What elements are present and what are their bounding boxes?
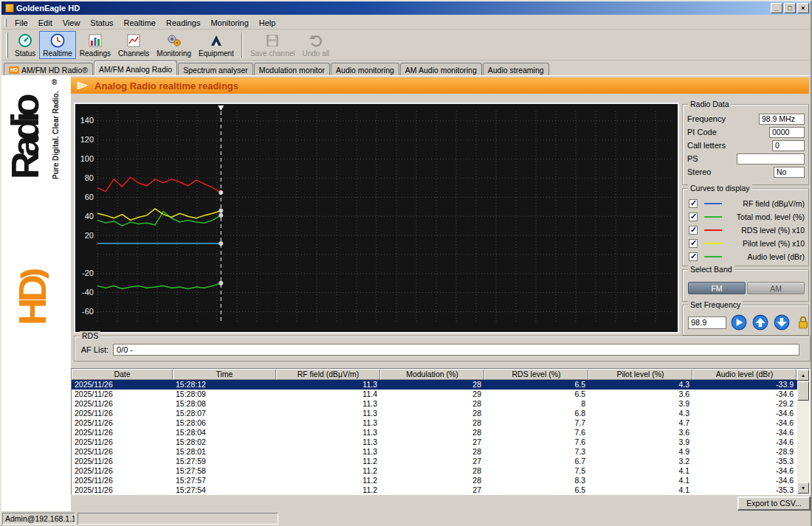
frequency-down-button[interactable] <box>773 314 791 331</box>
field-value[interactable] <box>737 153 805 165</box>
fm-band-button[interactable]: FM <box>688 282 746 294</box>
column-header[interactable]: Audio level (dBr) <box>692 369 796 380</box>
field-value[interactable]: 0000 <box>769 127 805 138</box>
table-row[interactable]: 2025/11/26 15:27:59 11.2 27 6.7 3.2 -35.… <box>72 457 797 466</box>
table-row[interactable]: 2025/11/26 15:28:02 11.3 27 7.6 3.9 -34.… <box>72 437 797 447</box>
curve-checkbox[interactable] <box>689 212 698 221</box>
toolbar-channels-button[interactable]: Channels <box>114 31 153 59</box>
svg-text:-60: -60 <box>82 307 94 316</box>
cell-modulation: 29 <box>380 390 484 399</box>
cell-pilot-level: 3.9 <box>588 437 692 447</box>
tab-label: Spectrum analyser <box>183 66 248 75</box>
cell-rf-field: 11.2 <box>276 457 380 466</box>
scroll-down-button[interactable]: ▼ <box>797 482 809 494</box>
table-row[interactable]: 2025/11/26 15:28:01 11.3 28 7.3 4.9 -28.… <box>72 447 797 457</box>
cell-pilot-level: 3.6 <box>588 428 692 437</box>
tab-label: Audio monitoring <box>336 66 394 75</box>
menu-item[interactable]: Realtime <box>119 17 161 29</box>
frequency-input[interactable]: 98.9 <box>688 316 726 329</box>
table-row[interactable]: 2025/11/26 15:28:08 11.3 28 8 3.9 -29.2 <box>72 399 797 409</box>
cell-time: 15:27:59 <box>173 457 276 466</box>
toolbar-grip[interactable] <box>6 32 8 58</box>
scrollbar-thumb[interactable] <box>797 381 809 401</box>
curve-checkbox[interactable] <box>689 226 698 235</box>
menu-item[interactable]: Monitoring <box>205 17 253 29</box>
realtime-clock-icon <box>49 32 66 49</box>
table-row[interactable]: 2025/11/26 15:28:04 11.3 28 7.6 3.6 -34.… <box>72 428 797 437</box>
table-row[interactable]: 2025/11/26 15:27:57 11.2 28 8.3 4.1 -34.… <box>72 476 797 485</box>
menu-item[interactable]: File <box>10 17 33 29</box>
toolbar-readings-button[interactable]: Readings <box>76 31 114 59</box>
toolbar-monitoring-button[interactable]: Monitoring <box>153 31 195 59</box>
maximize-button[interactable]: □ <box>784 3 796 13</box>
cell-audio-level: -35.3 <box>692 485 796 494</box>
field-value[interactable]: 98.9 MHz <box>759 114 805 125</box>
field-value[interactable]: 0 <box>772 140 805 151</box>
tab-spectrum-analyser[interactable]: Spectrum analyser <box>178 63 253 75</box>
menu-item[interactable]: Status <box>85 17 118 29</box>
column-header[interactable]: RF field (dBµV/m) <box>276 369 380 380</box>
column-header[interactable]: Modulation (%) <box>380 369 484 380</box>
cell-audio-level: -34.6 <box>692 437 796 447</box>
field-value[interactable]: No <box>774 167 805 178</box>
menu-item[interactable]: Readings <box>161 17 205 29</box>
table-row[interactable]: 2025/11/26 15:27:58 11.2 28 7.5 4.1 -34.… <box>72 466 797 476</box>
title-bar[interactable]: GoldenEagle HD _ □ × <box>1 1 811 15</box>
cell-pilot-level: 3.6 <box>588 390 692 399</box>
table-row[interactable]: 2025/11/26 15:28:06 11.3 28 7.7 4.7 -34.… <box>72 418 797 428</box>
realtime-chart[interactable]: 14012010080604020-20-40-60 <box>74 103 679 333</box>
toolbar-equipment-button[interactable]: Equipment <box>195 31 238 59</box>
undo-all-button[interactable]: Undo all <box>298 31 333 59</box>
menu-item[interactable]: Edit <box>33 17 58 29</box>
cell-date: 2025/11/26 <box>72 390 173 399</box>
table-row[interactable]: 2025/11/26 15:28:12 11.3 28 6.5 4.3 -33.… <box>72 380 797 390</box>
table-scrollbar[interactable]: ▲ ▼ <box>797 370 809 494</box>
tab-am-audio-monitoring[interactable]: AM Audio monitoring <box>400 63 482 75</box>
curve-row: Audio level (dBr) <box>683 250 808 263</box>
tab-audio-monitoring[interactable]: Audio monitoring <box>331 63 399 75</box>
tab-modulation-monitor[interactable]: Modulation monitor <box>254 63 330 75</box>
curve-checkbox[interactable] <box>689 199 698 208</box>
curve-checkbox[interactable] <box>689 252 698 261</box>
curve-label: Pilot level (%) x10 <box>722 239 805 248</box>
export-csv-button[interactable]: Export to CSV... <box>737 496 811 511</box>
cell-audio-level: -29.2 <box>692 399 796 409</box>
column-header[interactable]: RDS level (%) <box>484 369 588 380</box>
lock-frequency-button[interactable] <box>794 314 812 331</box>
status-user: Admin@192.168.1.188 <box>2 513 75 525</box>
curve-color-line <box>704 216 722 218</box>
am-band-button[interactable]: AM <box>747 282 805 294</box>
menu-item[interactable]: Help <box>254 17 281 29</box>
table-row[interactable]: 2025/11/26 15:28:07 11.3 28 6.8 4.3 -34.… <box>72 409 797 418</box>
tab-amfm-analog-radio[interactable]: AM/FM Analog Radio <box>94 60 177 75</box>
menu-item[interactable]: View <box>58 17 86 29</box>
close-button[interactable]: × <box>797 3 809 13</box>
scroll-up-button[interactable]: ▲ <box>797 370 809 381</box>
cell-rds-level: 7.6 <box>484 428 588 437</box>
af-list-field[interactable]: 0/0 - <box>113 344 799 356</box>
cell-pilot-level: 3.2 <box>588 457 692 466</box>
arrow-icon <box>77 81 89 90</box>
cell-pilot-level: 4.9 <box>588 447 692 457</box>
curve-checkbox[interactable] <box>689 239 698 248</box>
frequency-up-button[interactable] <box>751 314 769 331</box>
table-row[interactable]: 2025/11/26 15:27:54 11.2 27 6.5 4.1 -35.… <box>72 485 797 494</box>
tune-button[interactable] <box>730 314 748 331</box>
minimize-button[interactable]: _ <box>771 3 782 13</box>
svg-text:20: 20 <box>85 231 94 240</box>
save-channel-button[interactable]: Save channel <box>247 31 299 59</box>
cell-time: 15:28:09 <box>173 390 276 399</box>
cell-pilot-level: 4.1 <box>588 485 692 494</box>
tab-amfm-hd-radio[interactable]: HD AM/FM HD Radio® <box>4 63 93 75</box>
cell-date: 2025/11/26 <box>72 428 173 437</box>
table-row[interactable]: 2025/11/26 15:28:09 11.4 29 6.5 3.6 -34.… <box>72 390 797 399</box>
toolbar-status-button[interactable]: Status <box>11 31 39 59</box>
toolbar-realtime-button[interactable]: Realtime <box>39 31 75 59</box>
tab-audio-streaming[interactable]: Audio streaming <box>483 63 549 75</box>
tab-label: Modulation monitor <box>259 66 325 75</box>
column-header[interactable]: Pilot level (%) <box>588 369 692 380</box>
cell-modulation: 28 <box>380 418 484 428</box>
column-header[interactable]: Date <box>72 369 173 380</box>
menu-grip[interactable] <box>4 18 7 27</box>
column-header[interactable]: Time <box>173 369 276 380</box>
